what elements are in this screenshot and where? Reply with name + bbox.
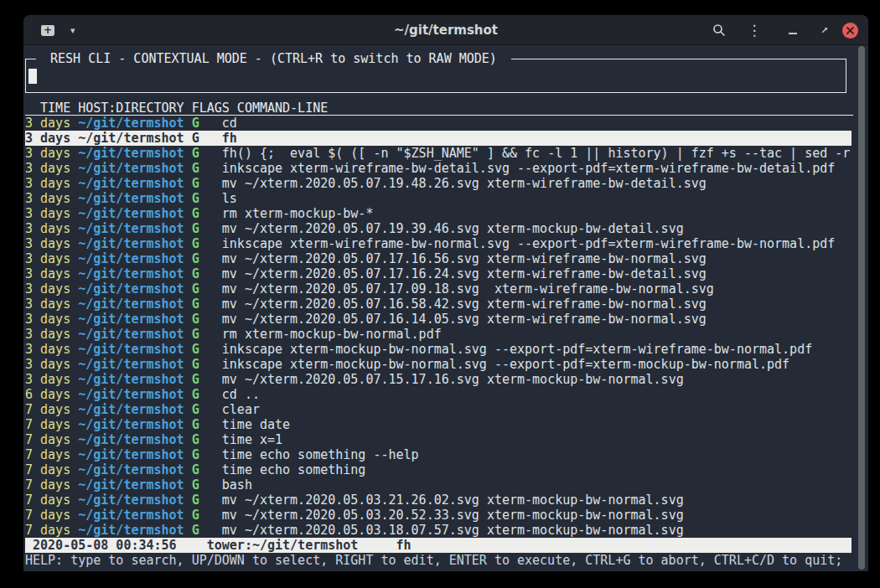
row-command: mv ~/xterm.2020.05.07.16.58.42.svg xterm… <box>222 297 707 312</box>
row-host-directory: ~/git/termshot <box>78 447 184 462</box>
row-host-directory: ~/git/termshot <box>78 372 184 387</box>
row-command: mv ~/xterm.2020.05.07.17.09.18.svg xterm… <box>222 281 714 297</box>
history-row[interactable]: 3 days ~/git/termshot G mv ~/xterm.2020.… <box>25 266 852 281</box>
row-flags: G <box>192 312 199 327</box>
history-row[interactable]: 7 days ~/git/termshot G mv ~/xterm.2020.… <box>25 523 852 538</box>
history-row[interactable]: 3 days ~/git/termshot G cd <box>25 116 852 131</box>
resh-search-input[interactable]: RESH CLI - CONTEXTUAL MODE - (CTRL+R to … <box>25 59 846 93</box>
row-flags: G <box>192 131 199 146</box>
row-command: fh() {; eval $( ([ -n "$ZSH_NAME" ] && f… <box>222 146 851 161</box>
history-row[interactable]: 3 days ~/git/termshot G rm xterm-mockup-… <box>25 206 852 221</box>
row-flags: G <box>192 372 199 387</box>
row-flags: G <box>192 432 199 447</box>
row-host-directory: ~/git/termshot <box>78 236 184 251</box>
history-row[interactable]: 7 days ~/git/termshot G time echo someth… <box>25 462 852 477</box>
menu-button[interactable]: ⋮ <box>742 18 767 43</box>
history-row[interactable]: 3 days ~/git/termshot G rm xterm-mockup-… <box>25 327 852 342</box>
row-command: mv ~/xterm.2020.05.07.19.48.26.svg xterm… <box>222 176 707 191</box>
row-host-directory: ~/git/termshot <box>78 251 184 266</box>
row-command: bash <box>222 477 252 493</box>
terminal-content-area: RESH CLI - CONTEXTUAL MODE - (CTRL+R to … <box>23 45 868 571</box>
row-time: 3 days <box>25 236 70 251</box>
row-time: 3 days <box>25 357 70 372</box>
row-host-directory: ~/git/termshot <box>78 221 184 236</box>
row-host-directory: ~/git/termshot <box>78 146 184 161</box>
minimize-icon <box>789 33 797 34</box>
row-command: rm xterm-mockup-bw-* <box>222 206 374 221</box>
kebab-menu-icon: ⋮ <box>748 23 762 38</box>
history-row[interactable]: 3 days ~/git/termshot G inkscape xterm-m… <box>25 357 852 372</box>
row-time: 3 days <box>25 131 70 146</box>
history-row[interactable]: 7 days ~/git/termshot G clear <box>25 402 852 417</box>
row-flags: G <box>192 327 199 342</box>
row-flags: G <box>192 447 199 462</box>
row-flags: G <box>192 297 199 312</box>
history-row[interactable]: 7 days ~/git/termshot G mv ~/xterm.2020.… <box>25 493 852 508</box>
row-host-directory: ~/git/termshot <box>78 523 184 538</box>
selected-entry-status-bar: 2020-05-08 00:34:56 tower:~/git/termshot… <box>25 538 852 553</box>
row-flags: G <box>192 176 199 191</box>
row-command: mv ~/xterm.2020.05.03.20.52.33.svg xterm… <box>222 508 684 523</box>
resh-mode-title: RESH CLI - CONTEXTUAL MODE - (CTRL+R to … <box>36 51 511 66</box>
history-row[interactable]: 7 days ~/git/termshot G bash <box>25 477 852 493</box>
history-row[interactable]: 7 days ~/git/termshot G time date <box>25 417 852 432</box>
row-flags: G <box>192 523 199 538</box>
row-host-directory: ~/git/termshot <box>78 131 184 146</box>
row-command: mv ~/xterm.2020.05.07.17.16.24.svg xterm… <box>222 266 707 281</box>
row-time: 3 days <box>25 146 70 161</box>
row-flags: G <box>192 357 199 372</box>
history-row[interactable]: 3 days ~/git/termshot G fh() {; eval $( … <box>25 146 852 161</box>
row-command: cd <box>222 116 237 131</box>
row-command: rm xterm-mockup-bw-normal.pdf <box>222 327 442 342</box>
history-row[interactable]: 3 days ~/git/termshot G inkscape xterm-w… <box>25 161 852 176</box>
tab-dropdown-chevron-down-icon[interactable]: ▾ <box>70 25 75 36</box>
history-row[interactable]: 3 days ~/git/termshot G ls <box>25 191 852 206</box>
row-flags: G <box>192 236 199 251</box>
terminal-scrollbar[interactable] <box>855 45 868 571</box>
window-titlebar[interactable]: + ▾ ~/git/termshot ⋮ <box>23 15 868 45</box>
history-row[interactable]: 7 days ~/git/termshot G mv ~/xterm.2020.… <box>25 508 852 523</box>
row-time: 3 days <box>25 281 70 297</box>
close-button[interactable] <box>842 23 858 39</box>
restore-button[interactable] <box>812 18 837 43</box>
search-icon <box>712 23 726 37</box>
new-tab-button[interactable]: + <box>37 21 59 39</box>
row-time: 3 days <box>25 266 70 281</box>
history-row[interactable]: 3 days ~/git/termshot G fh <box>25 131 852 146</box>
history-row[interactable]: 3 days ~/git/termshot G mv ~/xterm.2020.… <box>25 251 852 266</box>
history-row[interactable]: 3 days ~/git/termshot G inkscape xterm-m… <box>25 342 852 357</box>
terminal-window: + ▾ ~/git/termshot ⋮ <box>23 15 868 571</box>
history-row[interactable]: 3 days ~/git/termshot G inkscape xterm-w… <box>25 236 852 251</box>
search-button[interactable] <box>707 18 732 43</box>
scrollbar-thumb[interactable] <box>858 46 865 570</box>
history-row[interactable]: 7 days ~/git/termshot G time echo someth… <box>25 447 852 462</box>
history-row[interactable]: 3 days ~/git/termshot G mv ~/xterm.2020.… <box>25 221 852 236</box>
row-command: mv ~/xterm.2020.05.07.16.14.05.svg xterm… <box>222 312 707 327</box>
row-command: time echo something <box>222 462 366 477</box>
history-row[interactable]: 3 days ~/git/termshot G mv ~/xterm.2020.… <box>25 176 852 191</box>
history-row[interactable]: 3 days ~/git/termshot G mv ~/xterm.2020.… <box>25 281 852 297</box>
row-time: 7 days <box>25 432 70 447</box>
row-command: time x=1 <box>222 432 282 447</box>
minimize-button[interactable] <box>780 18 805 43</box>
row-time: 3 days <box>25 297 70 312</box>
history-row[interactable]: 7 days ~/git/termshot G time x=1 <box>25 432 852 447</box>
row-host-directory: ~/git/termshot <box>78 312 184 327</box>
row-flags: G <box>192 462 199 477</box>
row-host-directory: ~/git/termshot <box>78 266 184 281</box>
row-time: 7 days <box>25 508 70 523</box>
row-command: mv ~/xterm.2020.05.03.18.07.57.svg xterm… <box>222 523 684 538</box>
row-time: 3 days <box>25 372 70 387</box>
row-command: clear <box>222 402 260 417</box>
row-command: inkscape xterm-mockup-bw-normal.svg --ex… <box>222 357 789 372</box>
history-row[interactable]: 6 days ~/git/termshot G cd .. <box>25 387 852 402</box>
new-tab-terminal-icon: + <box>41 25 54 36</box>
row-host-directory: ~/git/termshot <box>78 206 184 221</box>
row-flags: G <box>192 493 199 508</box>
history-row[interactable]: 3 days ~/git/termshot G mv ~/xterm.2020.… <box>25 372 852 387</box>
row-flags: G <box>192 221 199 236</box>
row-host-directory: ~/git/termshot <box>78 161 184 176</box>
history-row[interactable]: 3 days ~/git/termshot G mv ~/xterm.2020.… <box>25 312 852 327</box>
row-time: 6 days <box>25 387 70 402</box>
history-row[interactable]: 3 days ~/git/termshot G mv ~/xterm.2020.… <box>25 297 852 312</box>
